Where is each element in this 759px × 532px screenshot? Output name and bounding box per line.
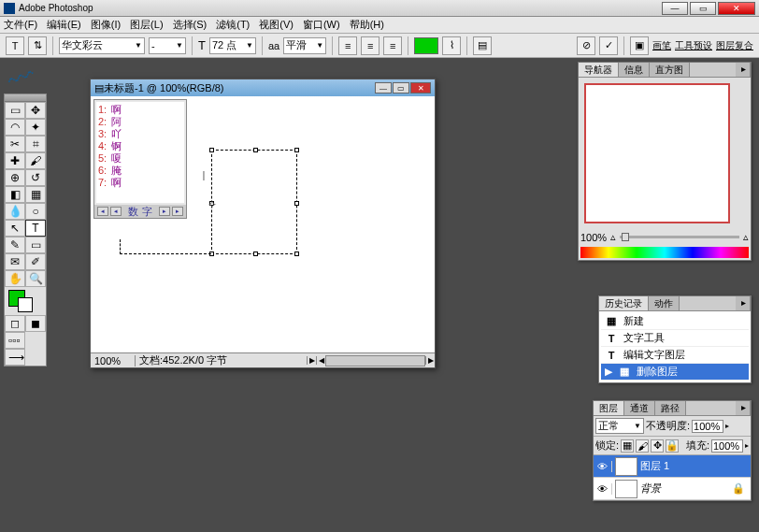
opacity-field[interactable]: 100%	[692, 420, 723, 433]
menu-select[interactable]: 选择(S)	[173, 18, 208, 32]
menu-help[interactable]: 帮助(H)	[350, 18, 384, 32]
ime-prev2-button[interactable]: ◂	[110, 207, 122, 216]
font-family-dropdown[interactable]: 华文彩云▼	[59, 37, 145, 54]
stamp-tool[interactable]: ⊕	[5, 169, 25, 186]
navigator-thumbnail[interactable]	[584, 83, 730, 223]
h-scrollbar[interactable]	[325, 355, 425, 367]
brush-tool[interactable]: 🖌	[25, 152, 46, 169]
layers-menu-button[interactable]: ▸	[736, 401, 751, 415]
antialias-dropdown[interactable]: 平滑▼	[283, 37, 326, 54]
font-style-dropdown[interactable]: -▼	[149, 37, 186, 54]
blur-tool[interactable]: 💧	[5, 203, 25, 220]
eyedropper-tool[interactable]: ✐	[25, 253, 46, 270]
slice-tool[interactable]: ⌗	[25, 136, 46, 152]
toolbox-grip[interactable]	[5, 94, 46, 102]
tab-info[interactable]: 信息	[619, 63, 650, 77]
visibility-toggle[interactable]: 👁	[594, 461, 612, 472]
menu-edit[interactable]: 编辑(E)	[47, 18, 81, 32]
menu-file[interactable]: 文件(F)	[4, 18, 37, 32]
zoom-in-icon[interactable]: ▵	[743, 231, 749, 243]
align-center-button[interactable]: ≡	[361, 36, 380, 55]
doc-close-button[interactable]: ✕	[410, 82, 431, 93]
marquee-tool[interactable]: ▭	[5, 102, 25, 119]
zoom-out-icon[interactable]: ▵	[610, 231, 616, 243]
type-tool-icon[interactable]: T	[6, 36, 24, 55]
cancel-button[interactable]: ⊘	[577, 36, 595, 55]
layer-name[interactable]: 背景	[640, 482, 661, 496]
commit-button[interactable]: ✓	[599, 36, 618, 55]
orientation-toggle[interactable]: ⇅	[28, 36, 47, 55]
font-size-dropdown[interactable]: 72 点▼	[209, 37, 256, 54]
gradient-tool[interactable]: ▦	[25, 186, 46, 203]
canvas[interactable]: 1:啊 2:阿 3:吖 4:锕 5:嗄 6:腌 7:啊 ◂ ◂ 数 字 ▸ ▸	[92, 97, 434, 340]
tab-actions[interactable]: 动作	[649, 296, 680, 310]
tab-histogram[interactable]: 直方图	[650, 63, 690, 77]
fill-field[interactable]: 100%	[711, 439, 743, 453]
heal-tool[interactable]: ✚	[5, 152, 25, 169]
well-presets[interactable]: 工具预设	[675, 39, 712, 52]
tab-channels[interactable]: 通道	[624, 401, 655, 415]
opacity-arrow-icon[interactable]: ▸	[725, 422, 729, 430]
blend-mode-dropdown[interactable]: 正常▼	[595, 418, 644, 434]
zoom-slider[interactable]	[620, 236, 739, 238]
type-tool[interactable]: T	[25, 220, 46, 237]
tab-layers[interactable]: 图层	[594, 401, 624, 415]
wand-tool[interactable]: ✦	[25, 119, 46, 136]
visibility-toggle[interactable]: 👁	[594, 483, 612, 495]
tab-history[interactable]: 历史记录	[599, 296, 649, 310]
hand-tool[interactable]: ✋	[5, 270, 25, 287]
quickmask-on[interactable]: ◼	[25, 315, 46, 332]
layer-row-background[interactable]: 👁 背景 🔒	[594, 478, 751, 500]
well-comps[interactable]: 图层复合	[716, 39, 753, 52]
history-item-delete-layer[interactable]: ▶▦删除图层	[601, 364, 749, 381]
lock-move-button[interactable]: ✥	[651, 439, 664, 453]
tab-navigator[interactable]: 导航器	[579, 63, 619, 77]
quickmask-off[interactable]: ◻	[5, 315, 25, 332]
path-tool[interactable]: ↖	[5, 220, 25, 237]
lock-all-button[interactable]: 🔒	[666, 439, 679, 453]
jump-to-button[interactable]: ⟶	[5, 349, 25, 366]
ime-next2-button[interactable]: ▸	[172, 207, 183, 216]
notes-tool[interactable]: ✉	[5, 253, 25, 270]
zoom-field[interactable]: 100%	[91, 355, 136, 367]
history-item-new[interactable]: ▦新建	[601, 313, 749, 330]
layer-row-1[interactable]: 👁 T 图层 1	[594, 455, 751, 478]
ime-prev-button[interactable]: ◂	[97, 207, 108, 216]
eraser-tool[interactable]: ◧	[5, 186, 25, 203]
dodge-tool[interactable]: ○	[25, 203, 46, 220]
fill-arrow-icon[interactable]: ▸	[745, 441, 749, 450]
history-brush-tool[interactable]: ↺	[25, 169, 46, 186]
lock-paint-button[interactable]: 🖌	[636, 439, 649, 453]
align-left-button[interactable]: ≡	[338, 36, 357, 55]
layer-name[interactable]: 图层 1	[640, 459, 669, 473]
crop-tool[interactable]: ✂	[5, 136, 25, 152]
history-menu-button[interactable]: ▸	[736, 296, 751, 310]
shape-tool[interactable]: ▭	[25, 237, 46, 253]
menu-window[interactable]: 窗口(W)	[303, 18, 340, 32]
menu-image[interactable]: 图像(I)	[91, 18, 121, 32]
close-button[interactable]: ✕	[718, 2, 755, 15]
ime-next-button[interactable]: ▸	[159, 207, 170, 216]
text-box-marquee[interactable]	[211, 150, 297, 254]
character-panel-button[interactable]: ▤	[473, 36, 492, 55]
scroll-right-icon[interactable]: ▶	[425, 356, 435, 365]
well-brushes[interactable]: 画笔	[652, 39, 671, 52]
ime-list[interactable]: 1:啊 2:阿 3:吖 4:锕 5:嗄 6:腌 7:啊	[96, 102, 184, 203]
nav-zoom-value[interactable]: 100%	[580, 232, 607, 243]
warp-text-button[interactable]: ⌇	[442, 36, 461, 55]
color-picker[interactable]	[5, 287, 46, 315]
minimize-button[interactable]: —	[662, 2, 688, 15]
document-titlebar[interactable]: ▤ 未标题-1 @ 100%(RGB/8) — ▭ ✕	[91, 79, 435, 96]
align-right-button[interactable]: ≡	[383, 36, 402, 55]
lasso-tool[interactable]: ◠	[5, 119, 25, 136]
tab-paths[interactable]: 路径	[655, 401, 686, 415]
lock-trans-button[interactable]: ▦	[621, 439, 634, 453]
maximize-button[interactable]: ▭	[690, 2, 716, 15]
doc-minimize-button[interactable]: —	[375, 82, 392, 93]
menu-filter[interactable]: 滤镜(T)	[216, 18, 250, 32]
color-spectrum[interactable]	[580, 247, 749, 258]
history-item-edit-type[interactable]: T编辑文字图层	[601, 347, 749, 364]
screenmode-buttons[interactable]: ▫▫▫	[5, 332, 25, 349]
doc-maximize-button[interactable]: ▭	[393, 82, 409, 93]
pen-tool[interactable]: ✎	[5, 237, 25, 253]
